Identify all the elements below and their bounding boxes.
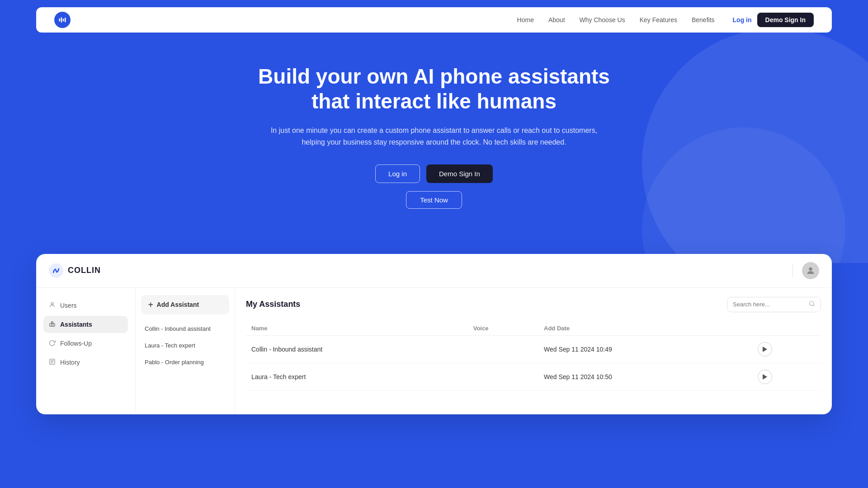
assistant-list-item-pablo[interactable]: Pablo - Order planning [141, 354, 229, 370]
row-2-date: Wed Sep 11 2024 10:50 [538, 363, 752, 390]
svg-point-8 [52, 321, 53, 323]
assistants-list-panel: + Add Assistant Collin - Inbound assista… [136, 288, 235, 414]
dash-header: COLLIN [36, 254, 832, 288]
sidebar-item-assistants-label: Assistants [60, 321, 92, 328]
logo-icon [54, 12, 71, 28]
sidebar-item-users-label: Users [60, 302, 77, 309]
svg-rect-3 [65, 18, 66, 22]
row-2-voice [468, 363, 538, 390]
svg-line-16 [813, 305, 815, 306]
follows-up-icon [49, 339, 56, 347]
hero-headline: Build your own AI phone assistants that … [240, 64, 628, 114]
svg-rect-2 [63, 19, 64, 22]
sidebar-item-users[interactable]: Users [43, 297, 128, 314]
hero-section: Build your own AI phone assistants that … [0, 33, 868, 263]
hero-login-button[interactable]: Log in [375, 164, 420, 183]
nav-link-home[interactable]: Home [517, 16, 534, 23]
svg-rect-0 [59, 19, 61, 22]
add-assistant-label: Add Assistant [157, 301, 199, 308]
svg-rect-1 [61, 17, 62, 23]
hero-test-now-button[interactable]: Test Now [406, 191, 462, 209]
nav-links: Home About Why Choose Us Key Features Be… [517, 16, 715, 24]
nav-link-why[interactable]: Why Choose Us [580, 16, 625, 23]
svg-point-6 [51, 302, 53, 305]
search-icon [809, 300, 815, 309]
svg-marker-17 [763, 347, 767, 352]
dashboard-card: COLLIN Users [36, 254, 832, 414]
my-assistants-panel: My Assistants Name Vo [235, 288, 832, 414]
dash-sidebar: Users Assistants [36, 288, 136, 414]
row-1-voice [468, 335, 538, 363]
history-icon [49, 358, 56, 366]
panel-title: My Assistants [246, 300, 300, 309]
plus-icon: + [148, 300, 153, 310]
col-header-date: Add Date [538, 321, 752, 336]
search-input[interactable] [733, 301, 805, 308]
table-row: Collin - Inbound assistant Wed Sep 11 20… [246, 335, 821, 363]
nav-login-button[interactable]: Log in [733, 16, 752, 23]
dash-body: Users Assistants [36, 288, 832, 414]
assistant-list-item-collin[interactable]: Collin - Inbound assistant [141, 321, 229, 337]
sidebar-item-history[interactable]: History [43, 354, 128, 371]
hero-test-now-wrapper: Test Now [9, 191, 859, 209]
row-1-action [752, 335, 821, 363]
row-1-name: Collin - Inbound assistant [246, 335, 468, 363]
assistant-list-item-laura[interactable]: Laura - Tech expert [141, 338, 229, 353]
svg-point-15 [810, 301, 814, 305]
nav-link-benefits[interactable]: Benefits [692, 16, 715, 23]
hero-demo-button[interactable]: Demo Sign In [426, 164, 493, 183]
sidebar-item-follows-up[interactable]: Follows-Up [43, 335, 128, 352]
nav-link-features[interactable]: Key Features [640, 16, 677, 23]
assistants-icon [49, 320, 56, 328]
nav-actions: Log in Demo Sign In [733, 13, 814, 27]
navbar: Home About Why Choose Us Key Features Be… [36, 7, 832, 33]
dash-header-divider [793, 264, 793, 277]
col-header-voice: Voice [468, 321, 538, 336]
add-assistant-button[interactable]: + Add Assistant [141, 295, 229, 314]
sidebar-item-history-label: History [60, 359, 80, 366]
dashboard-wrapper: COLLIN Users [0, 254, 868, 414]
nav-logo [54, 12, 71, 28]
dash-brand-name: COLLIN [68, 266, 101, 275]
svg-point-5 [809, 267, 812, 270]
panel-header: My Assistants [246, 297, 821, 312]
col-header-action [752, 321, 821, 336]
row-1-date: Wed Sep 11 2024 10:49 [538, 335, 752, 363]
dash-logo-icon [49, 263, 63, 278]
row-2-name: Laura - Tech expert [246, 363, 468, 390]
play-button-2[interactable] [758, 370, 772, 384]
svg-rect-7 [50, 323, 55, 326]
dash-avatar[interactable] [802, 262, 819, 279]
users-icon [49, 301, 56, 310]
table-row: Laura - Tech expert Wed Sep 11 2024 10:5… [246, 363, 821, 390]
assistants-table: Name Voice Add Date Collin - Inbound ass… [246, 321, 821, 391]
col-header-name: Name [246, 321, 468, 336]
sidebar-item-assistants[interactable]: Assistants [43, 316, 128, 333]
play-button-1[interactable] [758, 342, 772, 357]
svg-marker-18 [763, 374, 767, 380]
dash-logo: COLLIN [49, 263, 101, 278]
search-box [727, 297, 821, 312]
nav-link-about[interactable]: About [548, 16, 565, 23]
row-2-action [752, 363, 821, 390]
sidebar-item-follows-up-label: Follows-Up [60, 340, 92, 347]
hero-buttons: Log in Demo Sign In [9, 164, 859, 183]
nav-demo-signin-button[interactable]: Demo Sign In [757, 13, 814, 27]
hero-subtext: In just one minute you can create a cust… [267, 125, 601, 148]
